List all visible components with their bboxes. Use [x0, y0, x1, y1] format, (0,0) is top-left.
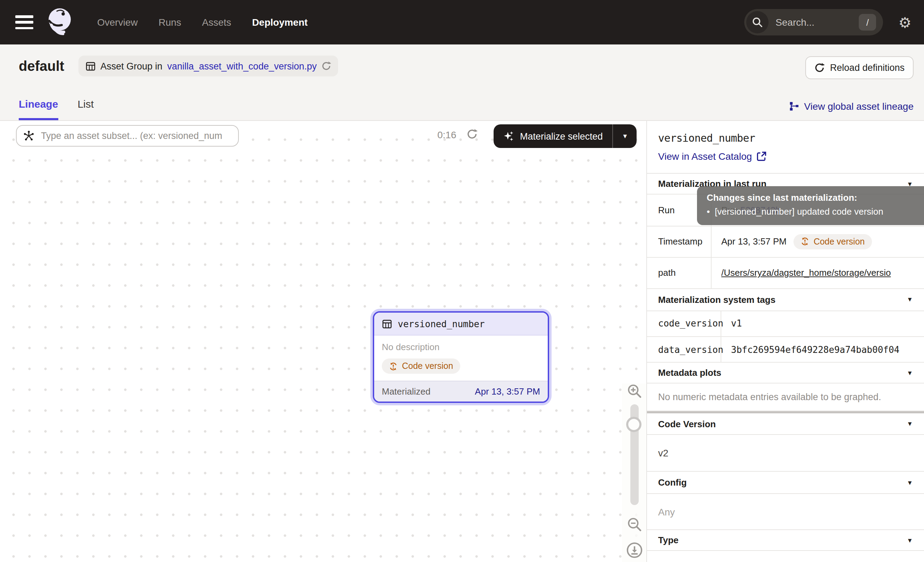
refresh-icon	[814, 63, 824, 73]
table-icon	[85, 61, 96, 71]
zoom-slider[interactable]	[630, 404, 639, 505]
nav-item-overview[interactable]: Overview	[97, 17, 138, 28]
materialize-dropdown-caret[interactable]: ▼	[614, 124, 637, 148]
nav-item-deployment[interactable]: Deployment	[252, 17, 308, 28]
timestamp-value: Apr 13, 3:57 PM	[721, 236, 786, 246]
asset-node-header: versioned_number	[374, 313, 548, 335]
asset-node-versioned-number[interactable]: versioned_number No description C	[373, 311, 549, 403]
gear-icon[interactable]: ⚙	[898, 15, 912, 30]
asset-node-description: No description	[382, 342, 540, 352]
view-in-asset-catalog-link[interactable]: View in Asset Catalog	[658, 151, 913, 162]
code-version-key: code_version	[647, 311, 721, 337]
code-version-section-value: v2	[647, 435, 924, 472]
lineage-canvas[interactable]: 0:16 Materialize selected ▼	[0, 121, 646, 562]
code-version-value: v1	[721, 311, 924, 337]
external-link-icon	[757, 152, 766, 161]
section-title: Code Version	[658, 419, 716, 429]
tab-lineage[interactable]: Lineage	[19, 98, 58, 120]
bullet-icon: •	[707, 205, 710, 218]
section-title: Materialization system tags	[658, 294, 776, 305]
nav-items: Overview Runs Assets Deployment	[97, 17, 308, 28]
reload-definitions-label: Reload definitions	[830, 63, 904, 73]
section-header-system-tags[interactable]: Materialization system tags ▼	[647, 289, 924, 311]
section-title: Metadata plots	[658, 368, 721, 378]
code-version-badge: Code version	[382, 358, 460, 374]
table-row-data-version: data_version 3bfc269594ef649228e9a74bab0…	[647, 337, 924, 362]
search-shortcut-key: /	[859, 14, 876, 30]
materialized-time-link[interactable]: Apr 13, 3:57 PM	[475, 386, 540, 397]
sync-alert-icon	[389, 362, 398, 371]
tab-list[interactable]: List	[77, 98, 94, 120]
tooltip-heading: Changes since last materialization:	[707, 192, 924, 205]
data-version-value: 3bfc269594ef649228e9a74bab00f04	[731, 344, 924, 355]
code-version-badge-label: Code version	[814, 236, 865, 246]
section-header-type[interactable]: Type ▼	[647, 530, 924, 551]
tooltip-item-text: [versioned_number] updated code version	[715, 205, 884, 218]
section-header-metadata-plots[interactable]: Metadata plots ▼	[647, 363, 924, 383]
lineage-graph-icon	[790, 101, 800, 111]
page-header: default Asset Group in vanilla_asset_wit…	[0, 45, 924, 121]
nav-item-runs[interactable]: Runs	[159, 17, 181, 28]
graph-timer: 0:16	[437, 129, 456, 140]
refresh-icon[interactable]	[322, 61, 332, 71]
materialize-selected-label: Materialize selected	[520, 131, 603, 141]
section-title: Config	[658, 477, 687, 488]
refresh-icon[interactable]	[466, 129, 478, 140]
asset-subset-input[interactable]	[40, 130, 230, 142]
asset-group-badge: Asset Group in vanilla_asset_with_code_v…	[78, 56, 338, 77]
reload-definitions-button[interactable]: Reload definitions	[805, 56, 914, 79]
asset-group-file-link[interactable]: vanilla_asset_with_code_version.py	[167, 61, 317, 71]
section-header-code-version[interactable]: Code Version ▼	[647, 413, 924, 435]
materialized-status-label: Materialized	[382, 386, 430, 397]
asset-subset-input-wrap	[16, 125, 239, 147]
changes-tooltip: Changes since last materialization: • [v…	[697, 186, 924, 225]
chevron-down-icon: ▼	[907, 420, 913, 427]
metadata-plots-empty-state: No numeric metadata entries available to…	[647, 383, 924, 411]
view-global-asset-lineage-link[interactable]: View global asset lineage	[790, 101, 914, 112]
code-version-badge: Code version	[794, 234, 872, 249]
search-box[interactable]: /	[744, 9, 883, 35]
zoom-out-icon[interactable]	[622, 517, 646, 532]
timestamp-label: Timestamp	[647, 226, 711, 257]
page-title: default	[19, 58, 64, 74]
section-header-config[interactable]: Config ▼	[647, 472, 924, 494]
zoom-in-icon[interactable]	[622, 383, 646, 399]
asset-detail-panel: versioned_number View in Asset Catalog M…	[646, 121, 924, 562]
table-icon	[382, 319, 392, 329]
section-title: Type	[658, 535, 679, 545]
nav-right: / ⚙	[744, 9, 912, 35]
asset-node-body: No description Code version	[374, 335, 548, 381]
table-row-path: path /Users/sryza/dagster_home/storage/v…	[647, 257, 924, 288]
search-icon	[746, 11, 768, 33]
path-link[interactable]: /Users/sryza/dagster_home/storage/versio	[721, 267, 924, 278]
view-in-asset-catalog-label: View in Asset Catalog	[658, 151, 752, 162]
data-version-key: data_version	[647, 337, 721, 362]
chevron-down-icon: ▼	[907, 479, 913, 486]
chevron-down-icon: ▼	[907, 296, 913, 303]
asset-node-footer: Materialized Apr 13, 3:57 PM	[374, 381, 548, 401]
nav-item-assets[interactable]: Assets	[202, 17, 231, 28]
panel-head: versioned_number View in Asset Catalog	[647, 121, 924, 174]
asset-node-title: versioned_number	[398, 319, 484, 329]
materialize-selected-button[interactable]: Materialize selected ▼	[494, 124, 637, 148]
menu-icon[interactable]	[15, 15, 33, 29]
panel-rest	[647, 551, 924, 562]
panel-asset-title: versioned_number	[658, 132, 913, 144]
config-section-value: Any	[647, 494, 924, 530]
table-row-code-version: code_version v1	[647, 311, 924, 337]
search-input[interactable]	[774, 16, 853, 29]
app-root: Overview Runs Assets Deployment / ⚙ defa…	[0, 0, 924, 562]
code-version-badge-label: Code version	[402, 361, 453, 371]
view-global-asset-lineage-label: View global asset lineage	[804, 101, 914, 112]
asset-group-label: Asset Group in	[100, 61, 162, 71]
table-row-timestamp: Timestamp Apr 13, 3:57 PM	[647, 226, 924, 257]
dagster-logo-icon[interactable]	[43, 4, 75, 40]
zoom-controls	[622, 383, 646, 562]
chevron-down-icon: ▼	[907, 369, 913, 376]
sync-alert-icon	[800, 237, 810, 246]
system-tags-table: code_version v1 data_version 3bfc269594e…	[647, 311, 924, 363]
content: 0:16 Materialize selected ▼	[0, 121, 924, 562]
top-navbar: Overview Runs Assets Deployment / ⚙	[0, 0, 924, 45]
zoom-slider-knob[interactable]	[626, 417, 642, 432]
download-image-icon[interactable]	[622, 542, 646, 559]
